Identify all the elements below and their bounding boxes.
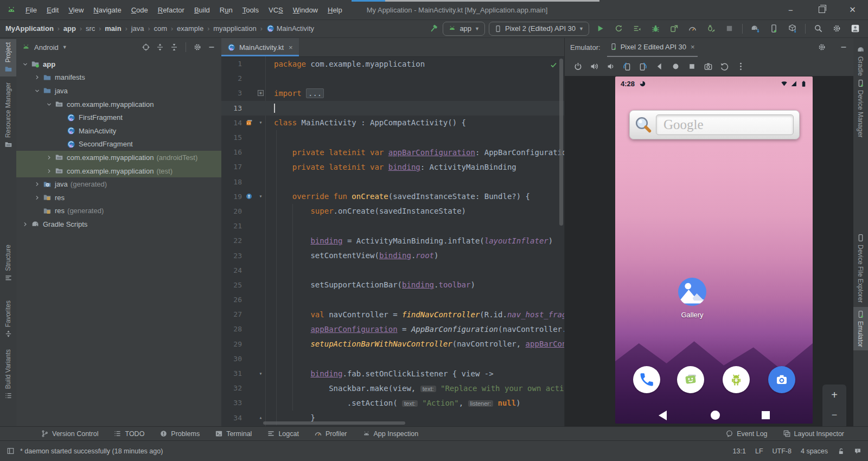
device-screen[interactable]: 4:28 Google Gallery	[615, 76, 813, 424]
line-separator[interactable]: LF	[755, 447, 763, 455]
code-line-20[interactable]: 20 super.onCreate(savedInstanceState)	[221, 204, 564, 219]
code-line-15[interactable]: 15	[221, 130, 564, 145]
toolwindow-terminal[interactable]: Terminal	[215, 430, 252, 438]
chevron-right-icon[interactable]	[33, 181, 42, 188]
tab-mainactivity[interactable]: K MainActivity.kt ×	[221, 38, 299, 56]
fold-marker-open[interactable]: ▾	[256, 120, 265, 125]
menu-item-navigate[interactable]: Navigate	[88, 6, 126, 14]
tree-item-com-example-myapplication[interactable]: com.example.myapplication	[16, 98, 221, 111]
lock-open-icon[interactable]	[837, 447, 845, 455]
notifications-icon[interactable]	[854, 447, 861, 455]
breadcrumb-item-main[interactable]: main	[105, 24, 121, 33]
menu-item-file[interactable]: File	[21, 6, 42, 14]
google-search-widget[interactable]: Google	[629, 110, 800, 139]
tree-item-app[interactable]: app	[16, 57, 221, 71]
activity-class-icon[interactable]	[242, 119, 256, 126]
close-emulator-tab-icon[interactable]: ×	[691, 43, 695, 51]
sidebar-tab-build-variants[interactable]: Build Variants	[0, 346, 16, 403]
close-button[interactable]: ✕	[837, 0, 868, 20]
chevron-down-icon[interactable]	[21, 61, 30, 68]
caret-position[interactable]: 13:1	[733, 447, 746, 455]
sidebar-tab-device-file-explorer[interactable]: Device File Explorer	[853, 230, 868, 306]
menu-item-help[interactable]: Help	[323, 6, 347, 14]
run-button[interactable]	[593, 22, 608, 35]
emulator-power-button[interactable]	[573, 62, 583, 71]
apply-code-changes-button[interactable]	[630, 22, 644, 35]
dock-apidemos-app[interactable]	[723, 366, 750, 393]
fold-marker-open[interactable]: ▾	[256, 371, 265, 376]
breadcrumb-item-example[interactable]: example	[177, 24, 203, 33]
debug-button[interactable]	[648, 22, 663, 35]
breadcrumb-item-com[interactable]: com	[154, 24, 168, 33]
profile-avatar-button[interactable]	[848, 22, 863, 35]
run-config-selector[interactable]: app▼	[443, 22, 485, 36]
more-options-button[interactable]	[736, 62, 745, 71]
editor-vertical-scrollbar[interactable]	[559, 59, 563, 226]
volume-up-button[interactable]	[590, 62, 599, 71]
menu-item-vcs[interactable]: VCS	[264, 6, 288, 14]
code-line-16[interactable]: 16 private lateinit var appBarConfigurat…	[221, 145, 564, 159]
code-line-21[interactable]: 21	[221, 219, 564, 233]
indent-setting[interactable]: 4 spaces	[801, 447, 828, 455]
snapshots-button[interactable]	[720, 62, 729, 71]
apply-changes-button[interactable]	[611, 22, 626, 35]
chevron-right-icon[interactable]	[33, 74, 42, 81]
dock-camera-app[interactable]	[768, 366, 795, 393]
code-line-1[interactable]: 1package com.example.myapplication	[221, 56, 564, 71]
menu-item-code[interactable]: Code	[126, 6, 153, 14]
menu-item-view[interactable]: View	[63, 6, 88, 14]
fold-marker-open[interactable]: ▾	[256, 194, 265, 199]
chevron-down-icon[interactable]	[33, 87, 42, 94]
code-line-14[interactable]: 14▾class MainActivity : AppCompatActivit…	[221, 116, 564, 130]
dock-messages-app[interactable]	[677, 366, 704, 393]
sync-project-button[interactable]	[748, 22, 763, 35]
tree-item-com-example-myapplication[interactable]: com.example.myapplication(androidTest)	[16, 151, 221, 164]
chevron-right-icon[interactable]	[44, 154, 54, 161]
sidebar-tab-emulator[interactable]: Emulator	[853, 307, 868, 350]
menu-item-run[interactable]: Run	[215, 6, 238, 14]
window-status-icon[interactable]	[7, 447, 15, 455]
breadcrumb-item-myapplication[interactable]: MyApplication	[5, 24, 54, 33]
emulator-home-button[interactable]	[671, 62, 680, 71]
stop-button[interactable]	[722, 22, 737, 35]
tree-item-gradle-scripts[interactable]: Gradle Scripts	[16, 217, 221, 231]
code-line-18[interactable]: 18	[221, 175, 564, 189]
rotate-left-button[interactable]	[622, 62, 631, 71]
breadcrumb-item-src[interactable]: src	[86, 24, 95, 33]
profile-button[interactable]	[685, 22, 700, 35]
inspections-ok-icon[interactable]	[550, 61, 558, 69]
build-hammer-icon[interactable]	[429, 23, 439, 34]
tree-item-manifests[interactable]: manifests	[16, 71, 221, 85]
menu-item-refactor[interactable]: Refactor	[153, 6, 189, 14]
sidebar-tab-structure[interactable]: Structure	[0, 241, 16, 285]
breadcrumb-item-myapplication[interactable]: myapplication	[213, 24, 257, 33]
toolwindow-app-inspection[interactable]: App Inspection	[362, 430, 419, 438]
gallery-app-shortcut[interactable]: Gallery	[678, 278, 706, 319]
tree-item-firstfragment[interactable]: KFirstFragment	[16, 111, 221, 124]
tree-item-mainactivity[interactable]: KMainActivity	[16, 124, 221, 138]
code-line-31[interactable]: 31▾ binding.fab.setOnClickListener { vie…	[221, 366, 564, 381]
hide-panel-button[interactable]	[207, 43, 216, 52]
code-line-26[interactable]: 26	[221, 292, 564, 307]
code-line-25[interactable]: 25 setSupportActionBar(binding.toolbar)	[221, 278, 564, 292]
tree-item-secondfragment[interactable]: KSecondFragment	[16, 138, 221, 151]
restore-button[interactable]	[806, 0, 837, 20]
breadcrumb-item-java[interactable]: java	[131, 24, 144, 33]
minimize-button[interactable]: −	[775, 0, 806, 20]
code-line-13[interactable]: 13	[221, 101, 564, 116]
code-line-17[interactable]: 17 private lateinit var binding: Activit…	[221, 159, 564, 174]
profile-low-overhead-button[interactable]	[704, 22, 718, 35]
tree-item-res[interactable]: res	[16, 191, 221, 204]
breadcrumb-item-mainactivity[interactable]: KMainActivity	[266, 24, 314, 33]
emulator-back-button[interactable]	[655, 62, 664, 71]
menu-item-edit[interactable]: Edit	[42, 6, 63, 14]
code-line-28[interactable]: 28 appBarConfiguration = AppBarConfigura…	[221, 322, 564, 336]
zoom-out-button[interactable]: −	[832, 409, 838, 421]
code-line-32[interactable]: 32 Snackbar.make(view, text: "Replace wi…	[221, 381, 564, 395]
google-search-field[interactable]: Google	[656, 114, 794, 135]
rotate-right-button[interactable]	[639, 62, 648, 71]
emulator-settings-icon[interactable]	[818, 43, 826, 52]
code-line-22[interactable]: 22 binding = ActivityMainBinding.inflate…	[221, 233, 564, 248]
collapse-all-button[interactable]	[170, 43, 178, 52]
editor-horizontal-scrollbar[interactable]	[263, 421, 405, 425]
